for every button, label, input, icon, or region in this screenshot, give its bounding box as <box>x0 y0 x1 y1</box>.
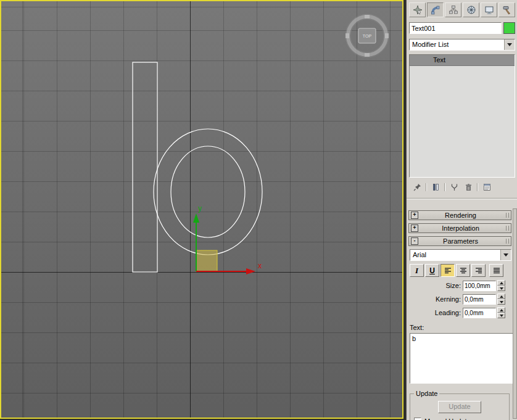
italic-button[interactable]: I <box>410 264 424 277</box>
viewcube-gizmo[interactable]: TOP <box>345 14 389 57</box>
modifier-stack-item-text[interactable]: Text <box>410 55 515 66</box>
text-field-label: Text: <box>410 324 511 331</box>
utilities-icon <box>502 5 512 15</box>
align-center-icon <box>459 267 468 274</box>
rollout-rendering-title: Rendering <box>420 212 501 219</box>
object-name-row <box>409 22 515 34</box>
modify-icon <box>431 5 440 15</box>
spinner-down-icon[interactable] <box>497 313 505 318</box>
create-icon <box>413 5 423 15</box>
object-color-swatch[interactable] <box>503 22 515 34</box>
spinner-down-icon[interactable] <box>497 286 505 291</box>
size-input[interactable] <box>463 281 496 291</box>
tab-utilities[interactable] <box>498 2 515 17</box>
expand-icon[interactable]: + <box>411 212 418 219</box>
make-unique-icon <box>450 183 459 192</box>
spinner-down-icon[interactable] <box>497 299 505 305</box>
manual-update-label: Manual Update <box>424 418 471 420</box>
viewcube-top-label: TOP <box>363 34 372 38</box>
align-right-button[interactable] <box>471 264 486 277</box>
font-dropdown-button[interactable] <box>500 250 511 260</box>
font-dropdown[interactable]: Arial <box>410 249 511 261</box>
rollout-parameters[interactable]: - Parameters <box>408 236 511 246</box>
rollout-rendering[interactable]: + Rendering <box>408 210 511 220</box>
leading-input[interactable] <box>463 308 496 318</box>
kerning-label: Kerning: <box>436 295 461 303</box>
chevron-down-icon <box>507 43 512 46</box>
remove-modifier-button[interactable] <box>463 181 474 192</box>
justify-icon <box>492 267 501 274</box>
tab-modify[interactable] <box>427 2 444 17</box>
toolbar-separator <box>444 183 445 191</box>
command-panel: Modifier List Text <box>406 0 517 420</box>
make-unique-button[interactable] <box>449 181 460 192</box>
size-spinner[interactable] <box>497 280 505 291</box>
hierarchy-icon <box>449 5 458 15</box>
font-name: Arial <box>410 250 500 260</box>
leading-label: Leading: <box>435 309 461 316</box>
align-left-icon <box>444 267 452 274</box>
viewport-top[interactable]: y x TOP <box>0 0 403 419</box>
modifier-stack[interactable]: Text <box>409 54 515 178</box>
update-group-legend: Update <box>414 390 439 397</box>
spinner-up-icon[interactable] <box>497 280 505 286</box>
gizmo-x-arrowhead[interactable] <box>246 268 255 274</box>
spinner-up-icon[interactable] <box>497 294 505 299</box>
rollout-interpolation-title: Interpolation <box>420 224 501 232</box>
tab-create[interactable] <box>409 2 426 17</box>
tab-display[interactable] <box>481 2 497 17</box>
configure-modifier-sets-button[interactable] <box>481 181 492 192</box>
tab-hierarchy[interactable] <box>445 2 461 17</box>
underline-button[interactable]: U <box>425 264 439 277</box>
max-application: { "viewport": { "view_label": "TOP", "le… <box>0 0 517 420</box>
viewport-overlay: y x TOP <box>1 1 402 418</box>
italic-label: I <box>415 266 418 276</box>
rollout-grip-icon <box>506 239 509 244</box>
panel-scrollbar[interactable] <box>513 208 517 419</box>
align-center-button[interactable] <box>456 264 470 277</box>
kerning-input[interactable] <box>463 294 496 305</box>
motion-icon <box>466 5 476 15</box>
pin-stack-button[interactable] <box>412 181 423 192</box>
toolbar-separator <box>426 183 427 191</box>
expand-icon[interactable]: + <box>411 224 418 232</box>
toolbar-separator <box>477 183 478 191</box>
manual-update-row: Manual Update <box>414 418 505 420</box>
tab-motion[interactable] <box>463 2 479 17</box>
show-end-result-icon <box>431 183 440 192</box>
leading-spinner[interactable] <box>497 307 505 318</box>
gizmo-y-label: y <box>198 204 202 213</box>
remove-modifier-icon <box>464 183 473 192</box>
update-button[interactable]: Update <box>438 401 481 413</box>
pin-stack-icon <box>413 183 422 192</box>
size-label: Size: <box>446 282 461 289</box>
modifier-list-dropdown-button[interactable] <box>504 39 515 50</box>
align-left-button[interactable] <box>440 264 455 277</box>
gizmo-y-arrowhead[interactable] <box>193 213 199 223</box>
text-entry-field[interactable]: b <box>410 333 513 384</box>
modifier-list-dropdown[interactable]: Modifier List <box>409 39 515 51</box>
justify-button[interactable] <box>489 264 503 277</box>
modifier-stack-toolbar <box>412 181 514 193</box>
rollout-grip-icon <box>506 226 509 231</box>
object-name-input[interactable] <box>409 22 502 34</box>
display-icon <box>484 5 494 15</box>
gizmo-plane-handle[interactable] <box>196 250 217 271</box>
kerning-spinner[interactable] <box>497 294 505 305</box>
command-panel-tabs <box>409 2 516 17</box>
font-style-row: I U <box>410 264 511 277</box>
text-spline-b <box>133 62 262 272</box>
rollout-grip-icon <box>506 213 509 218</box>
rollout-interpolation[interactable]: + Interpolation <box>408 223 511 233</box>
spinner-up-icon[interactable] <box>497 307 505 313</box>
chevron-down-icon <box>503 253 508 257</box>
align-right-icon <box>474 267 483 274</box>
configure-modifier-sets-icon <box>482 183 492 192</box>
manual-update-checkbox[interactable] <box>414 418 421 420</box>
show-end-result-button[interactable] <box>430 181 441 192</box>
modifier-list-label: Modifier List <box>410 39 504 50</box>
leading-row: Leading: <box>408 308 505 318</box>
rollouts: + Rendering + Interpolation - Parameters… <box>408 210 511 420</box>
underline-label: U <box>429 266 435 275</box>
collapse-icon[interactable]: - <box>411 237 418 245</box>
